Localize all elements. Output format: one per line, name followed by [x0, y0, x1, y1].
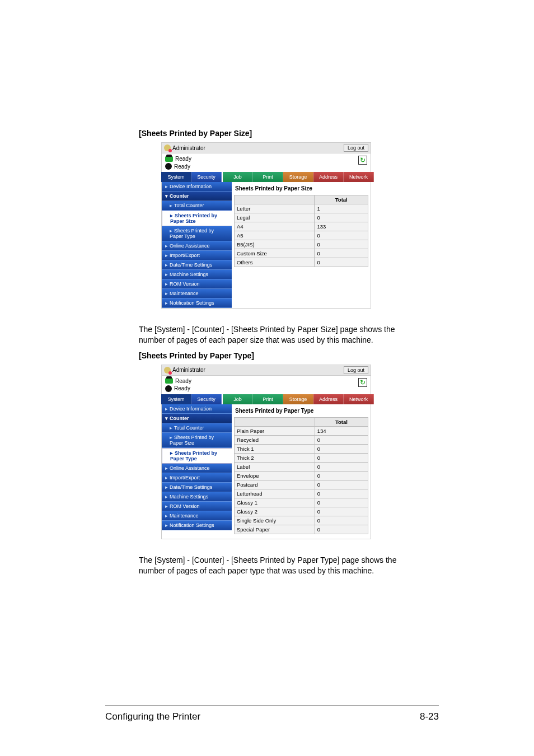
sidebar-item-label: ROM Version — [170, 503, 200, 509]
logout-button[interactable]: Log out — [344, 144, 368, 152]
table-row: Single Side Only0 — [235, 516, 368, 525]
tab-security[interactable]: Security — [191, 394, 222, 404]
logout-button[interactable]: Log out — [344, 366, 368, 374]
screenshot-paper-size: Administrator Log out Ready Ready ↻ — [161, 142, 371, 309]
printer-icon — [165, 156, 173, 162]
sidebar-item-label: Device Information — [170, 184, 212, 189]
sidebar-item-counter[interactable]: ▾Counter — [162, 192, 232, 201]
sidebar-item-label: Counter — [170, 193, 189, 199]
tab-address[interactable]: Address — [313, 172, 344, 182]
sidebar-item-rom-version[interactable]: ▸ROM Version — [162, 279, 232, 289]
table-row: Letter1 — [235, 204, 368, 213]
toner-icon — [165, 385, 172, 392]
sidebar-item-total-counter[interactable]: ▸Total Counter — [162, 201, 232, 211]
tab-security[interactable]: Security — [191, 172, 222, 182]
table-row: Envelope0 — [235, 471, 368, 480]
status-area: Ready Ready ↻ — [161, 376, 371, 394]
sidebar-item-notification[interactable]: ▸Notification Settings — [162, 521, 232, 530]
paper-size-table: Total Letter1 Legal0 A4133 A50 B5(JIS)0 … — [234, 195, 368, 267]
screenshot-paper-type: Administrator Log out Ready Ready ↻ — [161, 365, 371, 539]
table-row: Others0 — [235, 258, 368, 267]
sidebar-item-label: Device Information — [170, 406, 212, 412]
sidebar-item-online-assistance[interactable]: ▸Online Assistance — [162, 241, 232, 251]
table-row: Legal0 — [235, 213, 368, 222]
sidebar-item-label: Notification Settings — [170, 300, 214, 306]
sidebar-item-by-type[interactable]: ▸Sheets Printed by Paper Type — [162, 448, 232, 464]
tab-network[interactable]: Network — [344, 172, 374, 182]
sidebar-item-label: Sheets Printed by Paper Size — [170, 435, 214, 446]
col-total: Total — [315, 417, 368, 426]
sidebar-item-label: Date/Time Settings — [170, 484, 212, 490]
sidebar-item-label: Total Counter — [174, 425, 204, 431]
sidebar-item-machine-settings[interactable]: ▸Machine Settings — [162, 270, 232, 279]
sidebar-item-online-assistance[interactable]: ▸Online Assistance — [162, 464, 232, 473]
user-icon — [164, 367, 171, 374]
table-row: Thick 10 — [235, 444, 368, 453]
sidebar-item-label: Machine Settings — [170, 272, 208, 277]
sidebar-item-total-counter[interactable]: ▸Total Counter — [162, 423, 232, 433]
table-row: Custom Size0 — [235, 249, 368, 258]
sidebar-item-label: ROM Version — [170, 281, 200, 287]
sidebar-item-counter[interactable]: ▾Counter — [162, 414, 232, 423]
sidebar-item-date-time[interactable]: ▸Date/Time Settings — [162, 483, 232, 492]
printer-status-row: Ready — [165, 156, 191, 162]
tab-storage[interactable]: Storage — [283, 394, 313, 404]
user-indicator: Administrator — [164, 144, 205, 151]
sidebar-item-by-type[interactable]: ▸Sheets Printed by Paper Type — [162, 226, 232, 241]
table-row: Plain Paper134 — [235, 426, 368, 435]
table-row: Label0 — [235, 462, 368, 471]
table-row: Recycled0 — [235, 435, 368, 444]
sidebar-item-by-size[interactable]: ▸Sheets Printed by Paper Size — [162, 433, 232, 448]
table-row: Special Paper0 — [235, 525, 368, 534]
tab-network[interactable]: Network — [344, 394, 374, 404]
tab-address[interactable]: Address — [313, 394, 344, 404]
refresh-icon[interactable]: ↻ — [358, 378, 367, 387]
tab-job[interactable]: Job — [223, 172, 253, 182]
sidebar-item-date-time[interactable]: ▸Date/Time Settings — [162, 260, 232, 270]
sidebar-item-rom-version[interactable]: ▸ROM Version — [162, 502, 232, 511]
tab-system[interactable]: System — [161, 394, 191, 404]
app-title-bar: Administrator Log out — [161, 365, 371, 376]
app-title-bar: Administrator Log out — [161, 142, 371, 153]
toner-icon — [165, 163, 172, 170]
toner-status-row: Ready — [165, 163, 191, 170]
user-label: Administrator — [172, 367, 205, 373]
sidebar-item-label: Date/Time Settings — [170, 262, 212, 268]
sidebar-item-device-info[interactable]: ▸Device Information — [162, 182, 232, 192]
printer-status-text: Ready — [175, 378, 191, 384]
main-tabs: System Security Job Print Storage Addres… — [161, 394, 371, 404]
page-number: 8-23 — [420, 711, 439, 722]
printer-status-row: Ready — [165, 378, 191, 384]
sidebar-item-label: Total Counter — [174, 203, 204, 208]
main-tabs: System Security Job Print Storage Addres… — [161, 172, 371, 182]
sidebar-item-label: Import/Export — [170, 475, 200, 480]
sidebar-item-import-export[interactable]: ▸Import/Export — [162, 473, 232, 483]
sidebar-item-device-info[interactable]: ▸Device Information — [162, 404, 232, 414]
tab-print[interactable]: Print — [253, 172, 283, 182]
sidebar-item-maintenance[interactable]: ▸Maintenance — [162, 511, 232, 521]
section-title-paper-size: [Sheets Printed by Paper Size] — [139, 129, 405, 138]
tab-job[interactable]: Job — [223, 394, 253, 404]
table-row: Glossy 10 — [235, 498, 368, 507]
tab-storage[interactable]: Storage — [283, 172, 313, 182]
sidebar-item-notification[interactable]: ▸Notification Settings — [162, 298, 232, 308]
sidebar-item-import-export[interactable]: ▸Import/Export — [162, 251, 232, 260]
sidebar-item-by-size[interactable]: ▸Sheets Printed by Paper Size — [162, 211, 232, 226]
col-total: Total — [315, 195, 368, 204]
table-row: Letterhead0 — [235, 489, 368, 498]
paragraph-paper-size: The [System] - [Counter] - [Sheets Print… — [139, 324, 405, 346]
sidebar-item-label: Counter — [170, 416, 189, 421]
user-label: Administrator — [172, 145, 205, 151]
table-row: B5(JIS)0 — [235, 240, 368, 249]
page-footer: Configuring the Printer 8-23 — [105, 711, 439, 722]
printer-status-text: Ready — [175, 156, 191, 162]
footer-rule — [105, 706, 439, 706]
tab-system[interactable]: System — [161, 172, 191, 182]
sidebar-item-machine-settings[interactable]: ▸Machine Settings — [162, 492, 232, 502]
tab-print[interactable]: Print — [253, 394, 283, 404]
user-indicator: Administrator — [164, 367, 205, 374]
main-panel: Sheets Printed by Paper Type Total Plain… — [232, 404, 371, 539]
sidebar-item-label: Maintenance — [170, 291, 199, 296]
sidebar-item-maintenance[interactable]: ▸Maintenance — [162, 289, 232, 298]
refresh-icon[interactable]: ↻ — [358, 156, 367, 165]
